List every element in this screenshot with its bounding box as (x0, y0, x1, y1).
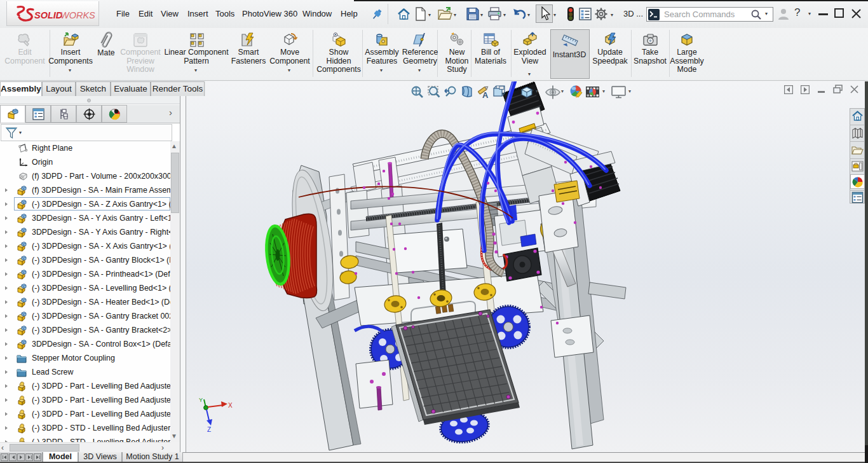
svg-text:Z: Z (207, 426, 211, 433)
svg-text:SOLID: SOLID (34, 10, 63, 20)
svg-text:X: X (228, 402, 233, 409)
svg-text:A: A (482, 90, 489, 100)
svg-text:WORKS: WORKS (60, 10, 95, 20)
svg-text:Y: Y (199, 397, 203, 403)
